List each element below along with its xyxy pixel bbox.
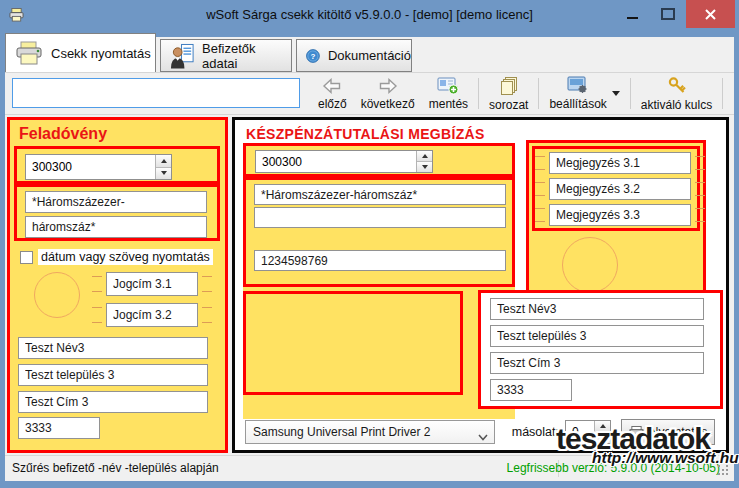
feladoveny-amount-input[interactable] (26, 155, 154, 179)
megjegyzes1-input[interactable] (549, 152, 691, 174)
button-label: következő (361, 97, 415, 111)
watermark-url: http://www.wsoft.hu (592, 449, 739, 467)
arrow-left-icon (321, 77, 343, 95)
megbizas-zip-input[interactable] (490, 379, 572, 401)
megjegyzes3-input[interactable] (549, 204, 691, 226)
activation-key-button[interactable]: aktiváló kulcs (634, 73, 719, 114)
triangle-up-icon (161, 159, 167, 163)
main-content: Feladóvény dátum vagy szöveg nyomtatás (5, 115, 734, 455)
settings-window-icon (567, 76, 589, 95)
spinner-buttons (416, 151, 432, 172)
triangle-up-icon (422, 154, 428, 158)
feladoveny-amount-box (14, 146, 220, 184)
tab-dokumentacio[interactable]: ? Dokumentáció (296, 39, 412, 72)
jogcim1-input[interactable] (106, 272, 198, 296)
next-button[interactable]: következő (354, 73, 422, 114)
feladoveny-zip-input[interactable] (18, 417, 100, 439)
feladoveny-panel: Feladóvény dátum vagy szöveg nyomtatás (7, 117, 228, 453)
app-window: wSoft Sárga csekk kitöltő v5.9.0.0 - [de… (0, 0, 739, 488)
megbizas-amount-input[interactable] (256, 151, 415, 172)
spin-down-button[interactable] (156, 168, 171, 180)
megjegyzes-column (526, 140, 706, 293)
printer-select[interactable]: Samsung Universal Print Driver 2 (245, 420, 495, 444)
key-icon (667, 76, 687, 96)
megbizas-amount-box (243, 143, 515, 177)
megjegyzes2-fieldwrap (549, 178, 691, 200)
button-label: előző (318, 97, 347, 111)
triangle-down-icon (422, 165, 428, 169)
search-input[interactable] (12, 78, 300, 108)
printer-icon (15, 41, 43, 66)
previous-button[interactable]: előző (311, 73, 354, 114)
tab-label: Befizetők adatai (202, 41, 291, 71)
feladoveny-address-input[interactable] (18, 391, 208, 413)
chevron-down-icon[interactable] (612, 91, 620, 96)
card-plus-icon (437, 76, 459, 95)
maximize-icon (661, 8, 675, 20)
person-document-icon (170, 43, 194, 69)
megbizas-city-input[interactable] (490, 325, 704, 347)
settings-button[interactable]: beállítások (542, 73, 626, 114)
megjegyzes2-input[interactable] (549, 178, 691, 200)
copies-label: másolat: (501, 420, 559, 444)
megbizas-address-input[interactable] (490, 352, 704, 374)
series-button[interactable]: sorozat (482, 73, 535, 114)
minimize-button[interactable] (614, 0, 650, 28)
button-label: sorozat (489, 98, 528, 112)
megbizas-amount-spinner (255, 150, 433, 173)
minimize-icon (627, 17, 638, 19)
megbizas-amount-text1-input[interactable] (254, 184, 506, 205)
megbizas-yellow-area (243, 143, 515, 419)
megjegyzes1-fieldwrap (549, 152, 691, 174)
jogcim2-fieldwrap (106, 303, 198, 327)
stamp-circle (34, 272, 80, 318)
feladoveny-city-input[interactable] (18, 364, 208, 386)
printer-select-value: Samsung Universal Print Driver 2 (253, 425, 430, 439)
maximize-button[interactable] (650, 0, 686, 28)
date-or-text-checkbox[interactable] (20, 251, 33, 264)
tab-befizetok-adatai[interactable]: Befizetők adatai (160, 39, 292, 72)
date-or-text-label: dátum vagy szöveg nyomtatás (38, 249, 213, 265)
triangle-down-icon (161, 171, 167, 175)
amount-text-line1-input[interactable] (25, 191, 207, 213)
megjegyzes3-fieldwrap (549, 204, 691, 226)
status-filter-text: Szűrés befizető -név -település alapján (12, 456, 219, 481)
document-stack-icon (499, 76, 519, 96)
toolbar-separator (722, 78, 723, 109)
megbizas-title: KÉSZPÉNZÁTUTALÁSI MEGBÍZÁS (246, 126, 485, 142)
arrow-right-icon (377, 77, 399, 95)
svg-text:?: ? (311, 51, 316, 60)
close-button[interactable] (686, 0, 735, 28)
megbizas-account-input[interactable] (254, 250, 506, 271)
megbizas-name-input[interactable] (490, 298, 704, 320)
tab-csekk-nyomtatas[interactable]: Csekk nyomtatás (5, 33, 156, 72)
feladoveny-name-input[interactable] (18, 337, 208, 359)
close-icon (705, 9, 716, 20)
chevron-down-icon (478, 430, 488, 444)
megbizas-payer-box (478, 290, 723, 409)
toolbar-buttons: előző következő mentés sorozat beá (311, 73, 726, 114)
feladoveny-amount-spinner (25, 154, 172, 180)
spin-up-button[interactable] (417, 151, 432, 162)
feladoveny-title: Feladóvény (19, 125, 107, 143)
save-button[interactable]: mentés (422, 73, 475, 114)
megbizas-empty-box (243, 291, 463, 395)
jogcim2-input[interactable] (106, 303, 198, 327)
button-label: aktiváló kulcs (641, 98, 712, 112)
toolbar-separator (630, 78, 631, 109)
button-label: beállítások (549, 97, 606, 111)
spin-down-button[interactable] (417, 162, 432, 172)
jogcim1-fieldwrap (106, 272, 198, 296)
toolbar-separator (478, 78, 479, 109)
megbizas-panel: KÉSZPÉNZÁTUTALÁSI MEGBÍZÁS (232, 117, 729, 453)
tab-label: Dokumentáció (328, 48, 411, 63)
toolbar-separator (538, 78, 539, 109)
tab-bar: Csekk nyomtatás Befizetők adatai ? Dokum… (5, 30, 734, 72)
window-controls (614, 0, 735, 28)
feladoveny-amount-text-box (14, 184, 220, 241)
megjegyzes-box (532, 146, 700, 231)
megbizas-amount-text2-input[interactable] (254, 207, 506, 228)
amount-text-line2-input[interactable] (25, 216, 207, 238)
spin-up-button[interactable] (156, 155, 171, 168)
stamp-circle (562, 237, 618, 293)
